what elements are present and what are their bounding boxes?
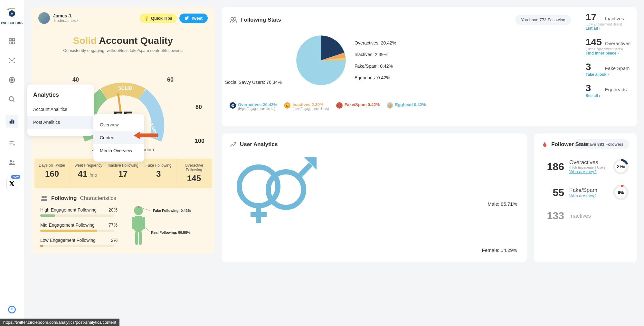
svg-point-1 [11,13,13,15]
svg-line-19 [13,100,14,102]
following-icon [40,195,48,202]
svg-rect-5 [9,42,11,44]
network-icon[interactable] [8,57,16,64]
post-analytics-item[interactable]: Post Analitics [27,116,94,129]
svg-line-15 [12,61,14,63]
following-pie-chart [295,35,347,86]
svg-point-29 [13,161,14,163]
follower-stats-card: Follower Stats You have 883 Followers 18… [534,133,637,262]
svg-line-56 [298,164,311,177]
svg-text:SOLID: SOLID [118,85,132,91]
svg-point-39 [44,196,47,198]
power-icon[interactable] [7,305,16,316]
svg-text:6%: 6% [618,190,624,195]
following-stats-card: Following Stats You have 772 Following [222,7,637,126]
following-breakdown-list: 17Inactives(Low Engagement Users)List al… [579,7,637,126]
svg-point-28 [10,160,12,163]
svg-point-49 [231,17,233,20]
chart-up-icon [230,141,237,148]
tweet-button[interactable]: Tweet [179,14,208,23]
gender-chart [230,148,320,228]
svg-point-46 [138,206,139,208]
svg-marker-62 [134,132,158,139]
main-content: James J. TraderJamesJ 💡Quick Tips Tweet … [24,0,644,326]
take-look-link[interactable]: Take a look › [586,72,630,77]
svg-point-50 [233,17,236,20]
svg-line-13 [12,59,14,61]
following-count-pill: You have 772 Following [515,15,571,25]
svg-rect-21 [11,120,13,124]
who-link-1[interactable]: Who are they? [569,169,607,174]
fake-mini-chart: 6% [612,184,629,201]
svg-rect-43 [143,217,145,229]
svg-rect-44 [135,232,138,245]
media-overview-item[interactable]: Media Overview [93,144,144,157]
svg-rect-20 [10,121,11,123]
svg-point-38 [42,196,44,198]
user-block[interactable]: James J. TraderJamesJ [38,12,78,24]
logo[interactable]: TWITTER TOOL [1,6,24,25]
svg-rect-3 [9,39,11,41]
svg-rect-4 [13,39,14,41]
find-peace-link[interactable]: Find inner peace › [586,51,630,55]
svg-rect-22 [13,120,14,123]
following-characteristics: Following Characteristics High Engagemen… [31,188,215,254]
nav-icons: NEW [5,37,18,189]
overactives-mini-chart: 21% [612,158,629,175]
logo-icon [5,6,18,19]
user-handle: TraderJamesJ [53,18,78,23]
dashboard-icon[interactable] [8,37,16,45]
circle-icon[interactable] [8,76,16,84]
svg-line-14 [10,61,12,63]
svg-rect-6 [13,42,14,44]
x-app-icon[interactable]: NEW [6,178,17,189]
list-all-link[interactable]: List all › [586,26,630,31]
avatar [38,12,50,24]
svg-rect-45 [139,232,142,245]
analytics-icon[interactable] [5,115,18,128]
sidebar: TWITTER TOOL NEW [0,0,24,326]
person-chart: Fake Following: 0.42% Real Following: 99… [127,205,150,247]
user-name: James J. [53,13,78,18]
who-link-2[interactable]: Who are they? [569,193,607,198]
new-badge: NEW [11,175,20,179]
svg-point-2 [7,9,9,10]
quality-title: Solid Account Quality [34,35,212,46]
users-icon[interactable] [8,159,16,166]
quality-subtitle: Consistently engaging, without/less fake… [34,48,212,53]
account-analytics-item[interactable]: Account Analitics [27,103,94,116]
svg-line-12 [10,59,12,61]
twitter-icon [185,16,189,20]
svg-point-18 [9,97,14,101]
filter-icon[interactable] [8,139,16,147]
svg-rect-42 [132,217,134,229]
svg-rect-41 [134,216,143,232]
user-analytics-card: User Analytics Male: 85.71% Female: 14.2… [222,133,527,262]
analytics-popup: Analytics Account Analitics Post Analiti… [27,84,94,136]
see-all-link[interactable]: See all › [586,94,630,98]
search-icon[interactable] [8,95,16,103]
stats-icon [230,17,237,23]
url-status-bar: https://twitter.circleboom.com/analytics… [0,319,119,326]
flame-icon [542,141,548,148]
svg-text:21%: 21% [617,164,625,169]
svg-rect-54 [251,212,267,217]
logo-text: TWITTER TOOL [1,21,24,25]
arrow-annotation [134,129,159,142]
quick-tips-button[interactable]: 💡Quick Tips [139,14,177,23]
svg-point-17 [11,79,13,81]
follower-count-pill: You have 883 Followers [573,139,629,149]
stat-row: Days on Twitter160 Tweet Frequency41 /mo… [34,159,212,188]
